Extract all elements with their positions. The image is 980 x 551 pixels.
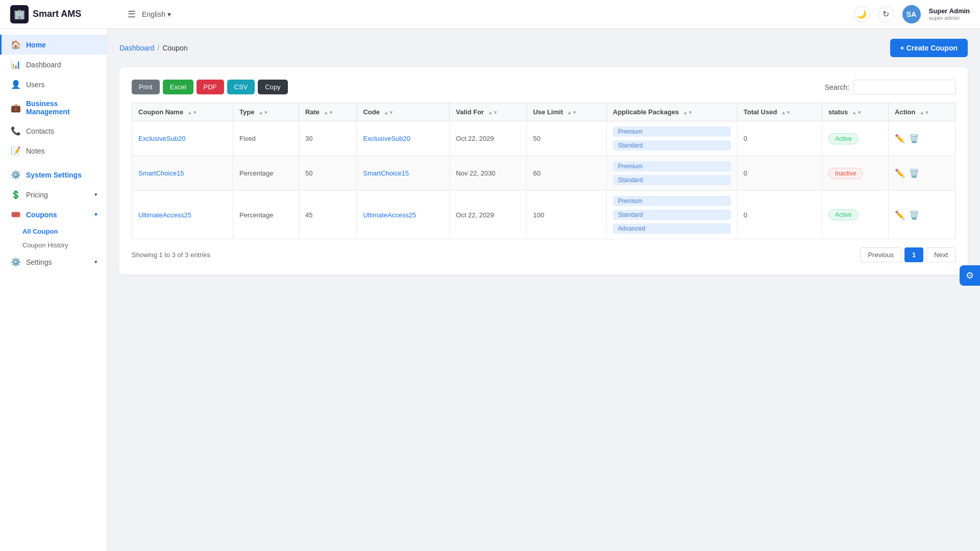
delete-button[interactable]: 🗑️: [909, 168, 919, 178]
page-header: Dashboard / Coupon + Create Coupon: [119, 39, 968, 57]
dark-mode-icon: 🌙: [856, 9, 867, 19]
floating-settings-button[interactable]: ⚙: [960, 265, 980, 286]
app-name: Smart AMS: [33, 9, 81, 19]
previous-button[interactable]: Previous: [860, 247, 901, 262]
user-info: Super Admin super admin: [929, 7, 970, 21]
cell-type: Percentage: [233, 156, 299, 191]
breadcrumb: Dashboard / Coupon: [119, 44, 187, 52]
cell-coupon-name: ExclusiveSub20: [132, 121, 233, 156]
col-action: Action ▲▼: [889, 103, 955, 121]
sort-icon-coupon-name[interactable]: ▲▼: [187, 110, 198, 115]
sort-icon-code[interactable]: ▲▼: [384, 110, 394, 115]
sidebar-label-pricing: Pricing: [26, 191, 48, 199]
sidebar-label-home: Home: [26, 41, 46, 49]
csv-button[interactable]: CSV: [227, 80, 255, 94]
cell-valid-for: Nov 22, 2030: [450, 156, 527, 191]
edit-button[interactable]: ✏️: [895, 168, 905, 178]
cell-coupon-name: UltimateAccess25: [132, 191, 233, 239]
business-icon: 💼: [11, 103, 21, 113]
col-status: status ▲▼: [822, 103, 888, 121]
cell-total-used: 0: [737, 121, 822, 156]
logo-icon: 🏢: [10, 5, 29, 23]
cell-applicable-packages: PremiumStandard: [606, 156, 737, 191]
status-badge: Inactive: [828, 168, 863, 179]
sidebar-item-system-settings[interactable]: ⚙️ System Settings: [0, 165, 107, 185]
pdf-button[interactable]: PDF: [197, 80, 224, 94]
sidebar-item-pricing[interactable]: 💲 Pricing ▾: [0, 185, 107, 205]
sort-icon-valid-for[interactable]: ▲▼: [488, 110, 498, 115]
edit-button[interactable]: ✏️: [895, 210, 905, 220]
sort-icon-packages[interactable]: ▲▼: [683, 110, 693, 115]
sidebar-item-contacts[interactable]: 📞 Contacts: [0, 121, 107, 141]
sort-icon-status[interactable]: ▲▼: [852, 110, 862, 115]
package-badge: Standard: [613, 210, 731, 220]
breadcrumb-dashboard[interactable]: Dashboard: [119, 44, 155, 52]
page-1-button[interactable]: 1: [904, 247, 923, 262]
package-badge: Standard: [613, 175, 731, 185]
cell-code: UltimateAccess25: [357, 191, 450, 239]
col-valid-for: Valid For ▲▼: [450, 103, 527, 121]
sort-icon-use-limit[interactable]: ▲▼: [567, 110, 577, 115]
sidebar-item-home[interactable]: 🏠 Home: [0, 35, 107, 55]
coupon-table-card: Print Excel PDF CSV Copy Search: Coupon …: [119, 67, 968, 274]
delete-button[interactable]: 🗑️: [909, 134, 919, 143]
cell-code: ExclusiveSub20: [357, 121, 450, 156]
sidebar-sub-coupon-history[interactable]: Coupon History: [0, 238, 107, 252]
settings-chevron-icon: ▾: [94, 259, 97, 265]
contacts-icon: 📞: [11, 126, 21, 136]
table-body: ExclusiveSub20 Fixed 30 ExclusiveSub20 O…: [132, 121, 955, 239]
next-button[interactable]: Next: [926, 247, 955, 262]
cell-use-limit: 100: [527, 191, 606, 239]
language-selector[interactable]: English ▾: [142, 10, 171, 18]
sidebar-item-dashboard[interactable]: 📊 Dashboard: [0, 55, 107, 74]
status-badge: Active: [828, 209, 859, 220]
sidebar-item-notes[interactable]: 📝 Notes: [0, 141, 107, 161]
pagination-area: Showing 1 to 3 of 3 entries Previous 1 N…: [132, 247, 955, 262]
sidebar-sub-all-coupon[interactable]: All Coupon: [0, 224, 107, 238]
hamburger-icon[interactable]: ☰: [128, 9, 136, 20]
cell-use-limit: 50: [527, 121, 606, 156]
cell-code: SmartChoice15: [357, 156, 450, 191]
copy-button[interactable]: Copy: [258, 80, 287, 94]
main-content: Dashboard / Coupon + Create Coupon Print…: [107, 29, 980, 551]
cell-total-used: 0: [737, 191, 822, 239]
sidebar-item-users[interactable]: 👤 Users: [0, 74, 107, 94]
refresh-button[interactable]: ↻: [878, 6, 894, 22]
cell-action: ✏️ 🗑️: [889, 191, 955, 239]
search-input[interactable]: [853, 80, 955, 94]
refresh-icon: ↻: [883, 9, 889, 19]
excel-button[interactable]: Excel: [163, 80, 193, 94]
language-arrow-icon: ▾: [167, 10, 171, 18]
cell-coupon-name: SmartChoice15: [132, 156, 233, 191]
edit-button[interactable]: ✏️: [895, 134, 905, 143]
sidebar-item-settings[interactable]: ⚙️ Settings ▾: [0, 252, 107, 272]
language-label: English: [142, 10, 165, 18]
cell-action: ✏️ 🗑️: [889, 121, 955, 156]
coupons-chevron-icon: ▾: [94, 211, 97, 218]
sidebar-label-business-management: Business Management: [26, 99, 97, 116]
table-row: ExclusiveSub20 Fixed 30 ExclusiveSub20 O…: [132, 121, 955, 156]
cell-valid-for: Oct 22, 2029: [450, 121, 527, 156]
sort-icon-total-used[interactable]: ▲▼: [781, 110, 791, 115]
sort-icon-type[interactable]: ▲▼: [258, 110, 268, 115]
dashboard-icon: 📊: [11, 60, 21, 69]
avatar: SA: [902, 5, 921, 23]
package-badge: Advanced: [613, 223, 731, 234]
sort-icon-rate[interactable]: ▲▼: [324, 110, 334, 115]
floating-settings-icon: ⚙: [966, 270, 974, 281]
sort-icon-action[interactable]: ▲▼: [919, 110, 929, 115]
cell-type: Percentage: [233, 191, 299, 239]
settings-icon: ⚙️: [11, 257, 21, 267]
create-coupon-button[interactable]: + Create Coupon: [890, 39, 968, 57]
print-button[interactable]: Print: [132, 80, 160, 94]
package-badge: Premium: [613, 127, 731, 137]
delete-button[interactable]: 🗑️: [909, 210, 919, 220]
sidebar-item-business-management[interactable]: 💼 Business Management: [0, 94, 107, 121]
package-badge: Standard: [613, 140, 731, 151]
table-row: SmartChoice15 Percentage 50 SmartChoice1…: [132, 156, 955, 191]
sidebar-item-coupons[interactable]: 🎟️ Coupons ▾: [0, 205, 107, 224]
col-code: Code ▲▼: [357, 103, 450, 121]
dark-mode-button[interactable]: 🌙: [853, 6, 870, 22]
pricing-chevron-icon: ▾: [94, 191, 97, 198]
cell-status: Inactive: [822, 156, 888, 191]
